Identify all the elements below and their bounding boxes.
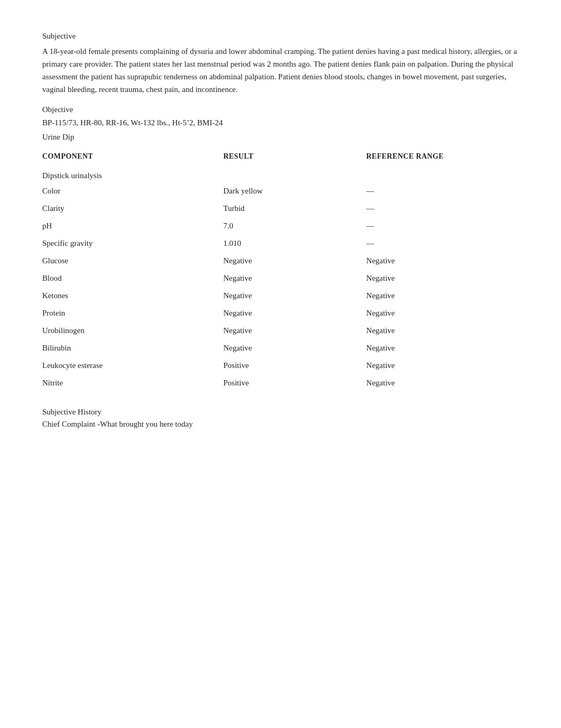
urine-table: COMPONENT RESULT REFERENCE RANGE Dipstic… [42, 150, 519, 392]
subjective-section: Subjective A 18-year-old female presents… [42, 32, 519, 96]
header-reference: REFERENCE RANGE [366, 152, 519, 161]
row-result: Positive [223, 361, 367, 370]
table-row: ClarityTurbid— [42, 200, 519, 217]
table-header-row: COMPONENT RESULT REFERENCE RANGE [42, 150, 519, 166]
subheading-label: Dipstick urinalysis [42, 171, 102, 180]
header-component: COMPONENT [42, 152, 223, 161]
table-row: NitritePositiveNegative [42, 374, 519, 392]
row-result: 1.010 [223, 239, 367, 248]
row-result: Negative [223, 256, 367, 265]
row-component: Glucose [42, 256, 223, 265]
subjective-body: A 18-year-old female presents complainin… [42, 45, 519, 96]
row-result: Negative [223, 309, 367, 318]
footer-section: Subjective History Chief Complaint -What… [42, 408, 519, 429]
row-result: Negative [223, 274, 367, 283]
table-row: BilirubinNegativeNegative [42, 339, 519, 357]
row-reference: Negative [366, 291, 519, 300]
table-row: Leukocyte esterasePositiveNegative [42, 357, 519, 374]
table-row: pH7.0— [42, 217, 519, 235]
row-component: Specific gravity [42, 239, 223, 248]
row-reference: Negative [366, 344, 519, 353]
row-component: Blood [42, 274, 223, 283]
table-row: BloodNegativeNegative [42, 270, 519, 287]
row-reference: Negative [366, 256, 519, 265]
subjective-heading: Subjective [42, 32, 519, 41]
row-result: Positive [223, 379, 367, 388]
row-component: Clarity [42, 204, 223, 213]
row-reference: Negative [366, 309, 519, 318]
table-row: GlucoseNegativeNegative [42, 252, 519, 270]
header-result: RESULT [223, 152, 367, 161]
table-row: Specific gravity1.010— [42, 235, 519, 252]
row-result: Negative [223, 326, 367, 335]
footer-body: Chief Complaint -What brought you here t… [42, 420, 519, 429]
row-component: Nitrite [42, 379, 223, 388]
table-row: KetonesNegativeNegative [42, 287, 519, 305]
table-row: ColorDark yellow— [42, 182, 519, 200]
row-component: Urobilinogen [42, 326, 223, 335]
row-reference: — [366, 204, 519, 213]
objective-heading: Objective [42, 105, 519, 114]
row-reference: — [366, 239, 519, 248]
row-component: Bilirubin [42, 344, 223, 353]
row-reference: Negative [366, 326, 519, 335]
table-body: ColorDark yellow—ClarityTurbid—pH7.0—Spe… [42, 182, 519, 392]
row-result: Turbid [223, 204, 367, 213]
urine-dip-heading: Urine Dip [42, 133, 519, 142]
footer-heading: Subjective History [42, 408, 519, 417]
row-reference: Negative [366, 274, 519, 283]
row-component: Protein [42, 309, 223, 318]
row-result: Dark yellow [223, 187, 367, 196]
row-component: Color [42, 187, 223, 196]
row-reference: Negative [366, 379, 519, 388]
row-result: Negative [223, 344, 367, 353]
row-reference: Negative [366, 361, 519, 370]
row-result: 7.0 [223, 222, 367, 231]
vitals-text: BP-115/73, HR-80, RR-16, Wt-132 lbs., Ht… [42, 118, 519, 127]
row-reference: — [366, 187, 519, 196]
row-component: Leukocyte esterase [42, 361, 223, 370]
table-row: ProteinNegativeNegative [42, 305, 519, 322]
objective-section: Objective BP-115/73, HR-80, RR-16, Wt-13… [42, 105, 519, 142]
row-reference: — [366, 222, 519, 231]
subheading-row: Dipstick urinalysis [42, 166, 519, 182]
row-component: Ketones [42, 291, 223, 300]
table-row: UrobilinogenNegativeNegative [42, 322, 519, 339]
row-result: Negative [223, 291, 367, 300]
row-component: pH [42, 222, 223, 231]
